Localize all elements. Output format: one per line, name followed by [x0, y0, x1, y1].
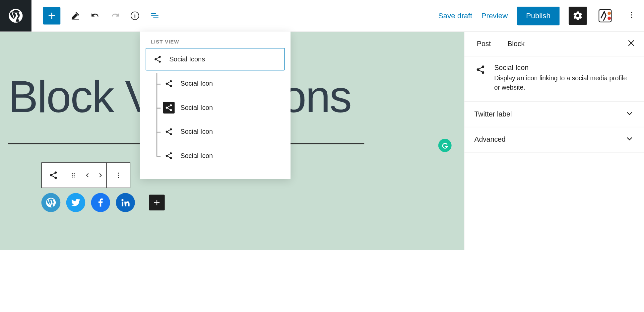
tab-block[interactable]: Block — [499, 32, 533, 56]
panel-advanced[interactable]: Advanced — [464, 127, 644, 152]
yoast-seo-button[interactable] — [596, 7, 614, 25]
toolbar-right: Save draft Preview Publish — [438, 6, 644, 25]
share-icon — [163, 78, 175, 90]
settings-button[interactable] — [569, 7, 587, 25]
svg-point-13 — [608, 12, 611, 15]
block-toolbar — [41, 163, 130, 188]
linkedin-social-icon[interactable] — [116, 193, 135, 212]
share-icon — [474, 64, 486, 92]
add-block-button[interactable] — [43, 7, 60, 24]
wordpress-social-icon[interactable] — [41, 193, 60, 212]
list-view-dropdown: LIST VIEW Social Icons Social Icon Socia… — [140, 32, 290, 179]
move-up-button[interactable] — [82, 163, 94, 188]
list-view-button[interactable] — [150, 11, 160, 21]
list-view-item-social-icon[interactable]: Social Icon — [163, 73, 285, 95]
editor-topbar: Save draft Preview Publish — [0, 0, 644, 32]
list-view-heading: LIST VIEW — [146, 39, 285, 48]
chevron-down-icon — [625, 109, 634, 120]
chevron-down-icon — [625, 134, 634, 145]
drag-handle-icon[interactable] — [65, 163, 82, 188]
grammarly-icon[interactable] — [438, 139, 452, 152]
toolbar-left — [32, 7, 160, 24]
settings-sidebar: Post Block Social Icon Display an icon l… — [464, 32, 644, 250]
modes-button[interactable] — [70, 11, 80, 21]
tab-post[interactable]: Post — [464, 32, 499, 56]
topbar-more-button[interactable] — [623, 11, 640, 21]
wp-logo-button[interactable] — [0, 0, 32, 32]
share-icon — [163, 102, 175, 114]
block-info-description: Display an icon linking to a social medi… — [494, 74, 634, 92]
block-more-button[interactable] — [107, 163, 130, 188]
undo-button[interactable] — [90, 11, 100, 21]
list-view-item-social-icon[interactable]: Social Icon — [163, 97, 285, 118]
close-sidebar-button[interactable] — [622, 39, 641, 49]
block-info: Social Icon Display an icon linking to a… — [464, 56, 644, 102]
redo-button[interactable] — [110, 11, 120, 21]
facebook-social-icon[interactable] — [91, 193, 110, 212]
document-overview-button[interactable] — [130, 11, 140, 21]
panel-twitter-label[interactable]: Twitter label — [464, 102, 644, 127]
svg-rect-12 — [599, 10, 611, 22]
block-type-button[interactable] — [42, 163, 65, 188]
share-icon — [163, 150, 175, 162]
list-view-item-social-icon[interactable]: Social Icon — [163, 121, 285, 142]
move-down-button[interactable] — [94, 163, 106, 188]
share-icon — [163, 126, 175, 137]
publish-button[interactable]: Publish — [517, 6, 560, 25]
list-view-item-social-icons[interactable]: Social Icons — [146, 48, 285, 70]
save-draft-button[interactable]: Save draft — [438, 11, 472, 20]
share-icon — [152, 53, 163, 65]
preview-button[interactable]: Preview — [481, 11, 508, 20]
list-view-item-social-icon[interactable]: Social Icon — [163, 145, 285, 167]
add-social-icon-button[interactable] — [149, 195, 164, 210]
block-info-title: Social Icon — [494, 64, 634, 72]
svg-point-14 — [608, 17, 611, 20]
sidebar-tabs: Post Block — [464, 32, 644, 56]
twitter-social-icon[interactable] — [66, 193, 85, 212]
social-icons-block[interactable] — [41, 193, 456, 212]
